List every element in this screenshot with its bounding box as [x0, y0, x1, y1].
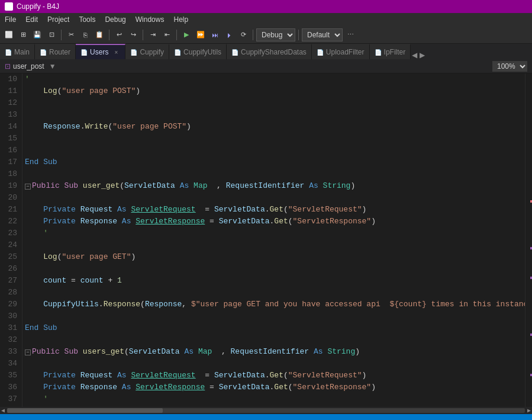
hscroll-track[interactable]: [7, 408, 525, 413]
menu-item-tools[interactable]: Tools: [74, 14, 100, 25]
menu-item-edit[interactable]: Edit: [21, 14, 43, 25]
toolbar-btn-step1[interactable]: ⏩: [194, 28, 207, 41]
tab-uploadfilter[interactable]: 📄UploadFilter: [312, 44, 370, 59]
code-content[interactable]: ' Log("user page POST") Response.Write("…: [22, 73, 525, 407]
toolbar-btn-extra[interactable]: ⋯: [344, 28, 357, 41]
code-line-16: [25, 145, 523, 156]
line-num-28: 28: [2, 287, 17, 299]
line-num-12: 12: [2, 97, 17, 109]
tab-label-cuppifyutils: CuppifyUtils: [183, 48, 221, 56]
menu-item-debug[interactable]: Debug: [100, 14, 130, 25]
menu-item-help[interactable]: Help: [169, 14, 193, 25]
menu-item-project[interactable]: Project: [43, 14, 74, 25]
tab-router[interactable]: 📄Router: [35, 44, 76, 59]
toolbar-sep-5: [253, 30, 253, 40]
toolbar-btn-undo[interactable]: ↩: [112, 28, 125, 41]
scroll-left[interactable]: ◀: [0, 407, 6, 414]
horizontal-scrollbar: ◀ ▶: [0, 407, 532, 414]
toolbar-btn-2[interactable]: ⊞: [17, 28, 30, 41]
toolbar-btn-run[interactable]: ▶: [180, 28, 193, 41]
toolbar-sep-3: [143, 30, 143, 40]
title-text: Cuppify - B4J: [17, 2, 59, 11]
toolbar-sep-4: [176, 30, 177, 40]
fold-icon-line-19[interactable]: −: [25, 184, 31, 190]
code-line-11: Log("user page POST"): [25, 85, 523, 97]
code-line-33: −Public Sub users_get(ServletData As Map…: [25, 346, 523, 358]
toolbar-btn-paste[interactable]: 📋: [93, 28, 106, 41]
tab-main[interactable]: 📄Main: [0, 44, 35, 59]
line-num-32: 32: [2, 334, 17, 346]
code-area: 1011121314151617181920212223242526272829…: [0, 73, 532, 407]
line-num-16: 16: [2, 145, 17, 156]
line-numbers: 1011121314151617181920212223242526272829…: [0, 73, 22, 407]
toolbar: ⬜ ⊞ 💾 ⊡ ✂ ⎘ 📋 ↩ ↪ ⇥ ⇤ ▶ ⏩ ⏭ ⏵ ⟳ Debug De…: [0, 26, 532, 44]
tabs-nav-prev[interactable]: ◀: [411, 51, 418, 59]
code-line-32: [25, 334, 523, 346]
tab-icon-uploadfilter: 📄: [317, 49, 324, 56]
hscroll-thumb[interactable]: [7, 408, 162, 413]
tab-label-cuppify: Cuppify: [140, 48, 164, 56]
tab-icon-cuppifyutils: 📄: [174, 49, 181, 56]
toolbar-btn-save[interactable]: 💾: [31, 28, 44, 41]
line-num-27: 27: [2, 275, 17, 287]
line-num-30: 30: [2, 310, 17, 322]
tabs-nav-next[interactable]: ▶: [418, 51, 426, 59]
tab-cuppify[interactable]: 📄Cuppify: [125, 44, 169, 59]
toolbar-sep-2: [109, 30, 109, 40]
tab-users[interactable]: 📄Users×: [76, 44, 125, 59]
tab-close-users[interactable]: ×: [112, 48, 120, 56]
scroll-right[interactable]: ▶: [526, 407, 532, 414]
code-line-12: [25, 97, 523, 109]
breadcrumb-dropdown[interactable]: ▼: [49, 62, 56, 70]
toolbar-btn-4[interactable]: ⊡: [45, 28, 58, 41]
line-num-35: 35: [2, 370, 17, 381]
tab-label-router: Router: [49, 48, 70, 56]
code-line-31: End Sub: [25, 322, 523, 334]
code-line-10: ': [25, 73, 523, 85]
config-select[interactable]: Default: [302, 28, 343, 41]
toolbar-btn-indent[interactable]: ⇥: [146, 28, 159, 41]
fold-icon-line-33[interactable]: −: [25, 350, 31, 355]
toolbar-sep-1: [61, 30, 62, 40]
toolbar-btn-cut[interactable]: ✂: [65, 28, 78, 41]
toolbar-btn-1[interactable]: ⬜: [2, 28, 15, 41]
tab-icon-router: 📄: [40, 49, 47, 56]
zoom-select[interactable]: 100%: [492, 61, 527, 72]
debug-select[interactable]: Debug: [256, 28, 295, 41]
line-num-26: 26: [2, 263, 17, 275]
toolbar-btn-redo[interactable]: ↪: [127, 28, 140, 41]
tabs-bar: 📄Main📄Router📄Users×📄Cuppify📄CuppifyUtils…: [0, 44, 532, 59]
status-bar: [0, 414, 532, 420]
tab-cuppifyutils[interactable]: 📄CuppifyUtils: [169, 44, 227, 59]
minimap: [525, 73, 532, 407]
line-num-10: 10: [2, 73, 17, 85]
code-line-24: [25, 239, 523, 251]
code-line-28: [25, 287, 523, 299]
tab-ipfilter[interactable]: 📄IpFilter: [370, 44, 411, 59]
toolbar-btn-step3[interactable]: ⏵: [223, 28, 236, 41]
zoom-control: 100%: [492, 61, 527, 72]
code-line-37: ': [25, 393, 523, 405]
menu-item-file[interactable]: File: [0, 14, 21, 25]
line-num-21: 21: [2, 204, 17, 216]
toolbar-btn-copy[interactable]: ⎘: [79, 28, 92, 41]
line-num-38: 38: [2, 405, 17, 407]
tab-label-ipfilter: IpFilter: [384, 48, 406, 56]
code-line-35: Private Request As ServletRequest = Serv…: [25, 370, 523, 381]
toolbar-btn-outdent[interactable]: ⇤: [160, 28, 173, 41]
code-line-13: [25, 109, 523, 121]
line-num-31: 31: [2, 322, 17, 334]
tab-cuppifyshareddatas[interactable]: 📄CuppifySharedDatas: [227, 44, 312, 59]
menu-bar: FileEditProjectToolsDebugWindowsHelp: [0, 13, 532, 26]
menu-item-windows[interactable]: Windows: [131, 14, 169, 25]
line-num-29: 29: [2, 299, 17, 310]
tab-icon-users: 📄: [80, 49, 88, 56]
code-line-19: −Public Sub user_get(ServletData As Map …: [25, 180, 523, 192]
code-line-21: Private Request As ServletRequest = Serv…: [25, 204, 523, 216]
code-line-25: Log("user page GET"): [25, 251, 523, 263]
toolbar-btn-stop[interactable]: ⟳: [237, 28, 250, 41]
app-icon: [5, 2, 13, 11]
toolbar-btn-step2[interactable]: ⏭: [208, 28, 221, 41]
code-line-29: CuppifyUtils.Response(Response, $"user p…: [25, 299, 523, 310]
line-num-17: 17: [2, 156, 17, 168]
